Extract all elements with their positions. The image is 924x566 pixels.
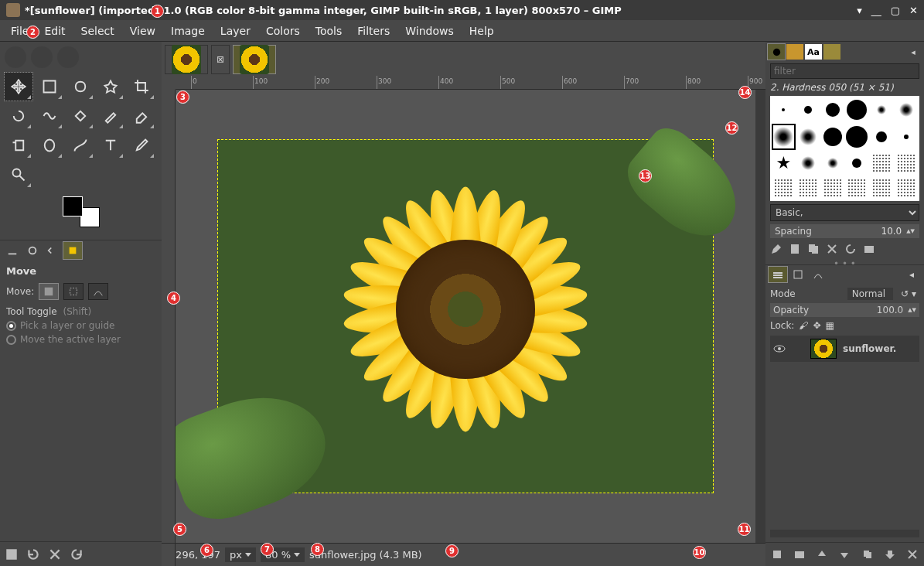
tab-layers[interactable] (769, 267, 787, 282)
tab-device-status[interactable] (3, 242, 22, 259)
tool-clone[interactable] (5, 131, 32, 159)
brush-item[interactable] (820, 97, 844, 123)
tool-fuzzy-select[interactable] (97, 73, 124, 101)
duplicate-brush-icon[interactable] (807, 243, 820, 255)
tool-text[interactable] (97, 131, 124, 159)
move-layer-button[interactable] (39, 283, 59, 300)
document-close[interactable]: ⊠ (211, 45, 230, 74)
menu-image[interactable]: Image (163, 22, 213, 40)
duplicate-layer-icon[interactable] (858, 546, 877, 563)
brush-item[interactable] (870, 176, 894, 200)
radio-move-active[interactable] (6, 335, 16, 345)
brush-item[interactable] (845, 176, 869, 200)
document-tab-2[interactable] (233, 45, 276, 74)
tool-rotate[interactable] (5, 102, 32, 130)
visibility-icon[interactable] (773, 343, 786, 355)
menu-edit[interactable]: Edit (36, 22, 73, 40)
tool-move[interactable] (5, 73, 32, 101)
tool-bucket[interactable] (66, 102, 94, 130)
ruler-vertical[interactable] (162, 90, 176, 566)
tab-menu-icon[interactable]: ◂ (905, 44, 922, 60)
tool-crop[interactable] (128, 73, 155, 101)
brush-item[interactable] (772, 124, 796, 151)
brush-item[interactable] (894, 151, 918, 176)
brush-item[interactable] (870, 97, 894, 123)
opacity-value[interactable]: 100.0 (872, 305, 903, 315)
menu-layer[interactable]: Layer (213, 22, 258, 40)
tab-tool-options[interactable] (63, 242, 82, 259)
brush-item[interactable] (894, 97, 918, 123)
brush-item[interactable]: ★ (772, 151, 796, 176)
minimize-aux-icon[interactable]: ▾ (857, 5, 862, 16)
spacing-input[interactable] (869, 226, 902, 237)
tool-zoom[interactable] (5, 161, 32, 189)
brush-item[interactable] (845, 97, 869, 123)
scrollbar-vertical[interactable] (755, 90, 765, 543)
lock-pixels-icon[interactable]: 🖌 (799, 320, 808, 331)
brush-item[interactable] (870, 151, 894, 176)
lock-alpha-icon[interactable]: ▦ (825, 320, 834, 331)
delete-layer-icon[interactable] (903, 546, 922, 563)
brush-item[interactable] (845, 124, 869, 151)
layer-name[interactable]: sunflower. (843, 343, 896, 354)
menu-windows[interactable]: Windows (397, 22, 462, 40)
raise-layer-icon[interactable] (813, 546, 832, 563)
restore-preset-icon[interactable] (26, 547, 40, 561)
brush-item[interactable] (796, 97, 820, 123)
move-selection-button[interactable] (63, 283, 84, 300)
tool-path[interactable] (66, 131, 94, 159)
menu-view[interactable]: View (122, 22, 163, 40)
brush-item[interactable] (796, 124, 820, 151)
tool-rect-select[interactable] (36, 73, 63, 101)
lock-position-icon[interactable]: ✥ (813, 320, 820, 331)
brush-item[interactable] (894, 124, 918, 151)
tab-document-history[interactable] (823, 44, 840, 60)
document-tab-1[interactable] (165, 45, 208, 74)
minimize-icon[interactable]: __ (871, 5, 881, 16)
brush-item[interactable] (796, 176, 820, 200)
tool-eraser[interactable] (128, 102, 155, 130)
brush-item[interactable] (845, 151, 869, 176)
brush-preset-select[interactable]: Basic, (770, 204, 919, 221)
brush-item[interactable] (820, 176, 844, 200)
new-layer-icon[interactable] (767, 546, 786, 563)
open-as-image-icon[interactable] (863, 243, 875, 255)
brush-item[interactable] (796, 151, 820, 176)
maximize-icon[interactable]: ▢ (891, 5, 900, 16)
unit-selector[interactable]: px (225, 547, 256, 562)
new-brush-icon[interactable] (789, 243, 801, 255)
tool-free-select[interactable] (66, 73, 94, 101)
layer-scrollbar[interactable] (770, 530, 919, 537)
canvas[interactable] (218, 140, 713, 493)
canvas-viewport[interactable] (176, 90, 755, 543)
new-group-icon[interactable] (789, 546, 809, 563)
merge-down-icon[interactable] (880, 546, 899, 563)
edit-brush-icon[interactable] (770, 243, 783, 255)
layer-tab-menu-icon[interactable]: ◂ (902, 267, 921, 282)
lower-layer-icon[interactable] (835, 546, 854, 563)
menu-tools[interactable]: Tools (308, 22, 350, 40)
delete-preset-icon[interactable] (48, 547, 62, 561)
tab-paths[interactable] (809, 267, 827, 282)
tab-brushes[interactable] (768, 44, 785, 60)
menu-help[interactable]: Help (462, 22, 502, 40)
refresh-brush-icon[interactable] (844, 243, 857, 255)
brush-item[interactable] (820, 151, 844, 176)
tab-images[interactable] (43, 242, 62, 259)
foreground-color[interactable] (63, 196, 83, 217)
brush-item[interactable] (772, 176, 796, 200)
move-path-button[interactable] (88, 283, 108, 300)
mode-switch-icon[interactable]: ↺ ▾ (898, 288, 919, 299)
menu-filters[interactable]: Filters (349, 22, 397, 40)
brush-item[interactable] (870, 124, 894, 151)
ruler-horizontal[interactable]: 0100200300400500600700800900 (176, 76, 765, 90)
mode-select[interactable]: Normal (847, 288, 893, 300)
tool-warp[interactable] (36, 102, 63, 130)
tab-undo-history[interactable] (23, 242, 42, 259)
tab-channels[interactable] (789, 267, 807, 282)
brush-item[interactable] (820, 124, 844, 151)
tool-color-picker[interactable] (128, 131, 155, 159)
color-swatch[interactable] (63, 196, 100, 227)
layer-item[interactable]: sunflower. (770, 336, 919, 362)
save-preset-icon[interactable] (5, 547, 19, 561)
